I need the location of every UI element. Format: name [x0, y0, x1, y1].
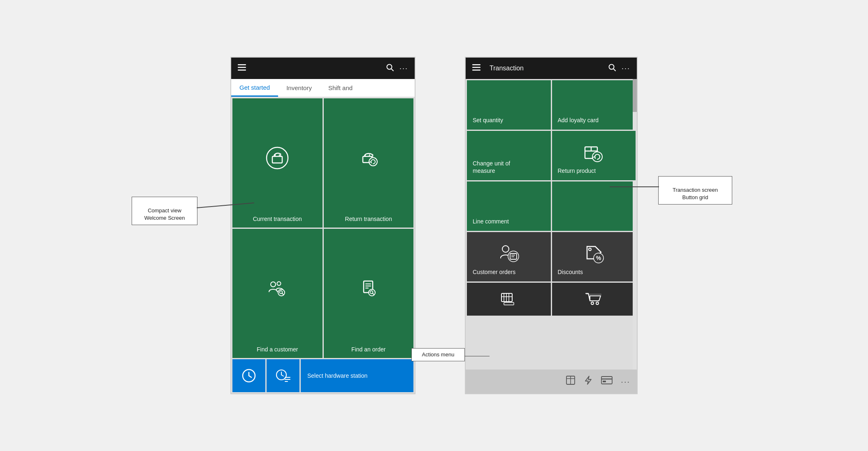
- svg-point-5: [267, 147, 288, 169]
- return-transaction-button[interactable]: Return transaction: [324, 98, 414, 228]
- find-customer-label: Find a customer: [257, 346, 298, 353]
- return-product-button[interactable]: Return product: [552, 131, 636, 180]
- line-comment-button[interactable]: Line comment: [467, 181, 551, 231]
- right-hamburger-icon[interactable]: [472, 64, 480, 73]
- more-actions-icon[interactable]: ···: [621, 377, 630, 386]
- right-more-icon[interactable]: ···: [622, 64, 630, 73]
- svg-point-60: [596, 302, 599, 305]
- right-nav-icons: ···: [608, 64, 630, 73]
- right-phone-frame: Transaction ···: [465, 57, 638, 394]
- annotation-actions-menu: Actions menu: [411, 348, 465, 361]
- svg-text:%: %: [596, 255, 601, 261]
- add-loyalty-button[interactable]: Add loyalty card: [552, 80, 636, 130]
- partial-button-2[interactable]: [552, 283, 636, 316]
- svg-point-59: [591, 302, 594, 305]
- return-transaction-label: Return transaction: [345, 216, 392, 223]
- hardware-station-button[interactable]: Select hardware station: [301, 359, 413, 392]
- return-product-label: Return product: [558, 167, 596, 174]
- svg-rect-2: [238, 70, 246, 71]
- annotation-compact-view: Compact view Welcome Screen: [132, 197, 197, 225]
- current-transaction-button[interactable]: Current transaction: [232, 98, 323, 228]
- right-search-icon[interactable]: [608, 64, 616, 73]
- clock2-button[interactable]: [267, 359, 299, 392]
- lightning-icon[interactable]: [584, 375, 593, 388]
- svg-rect-34: [472, 64, 480, 65]
- left-phone-frame: ··· Get started Inventory Shift and: [230, 57, 415, 394]
- left-nav-bar: ···: [231, 58, 415, 79]
- bag-icon: [266, 103, 289, 212]
- add-loyalty-label: Add loyalty card: [558, 116, 599, 124]
- clock1-button[interactable]: [232, 359, 265, 392]
- line-comment-label: Line comment: [473, 218, 509, 225]
- order-search-icon: [357, 234, 380, 343]
- find-order-button[interactable]: Find an order: [324, 229, 414, 358]
- annotation-line-transaction: [610, 186, 659, 187]
- svg-rect-36: [472, 70, 480, 71]
- svg-rect-1: [238, 67, 246, 68]
- find-order-label: Find an order: [351, 346, 385, 353]
- svg-rect-51: [501, 293, 512, 302]
- annotation-transaction-grid: Transaction screen Button grid: [658, 176, 732, 205]
- svg-rect-0: [238, 64, 246, 65]
- discounts-label: Discounts: [558, 268, 583, 276]
- svg-rect-35: [472, 67, 480, 68]
- discounts-button[interactable]: % Discounts: [552, 232, 636, 281]
- action-bar: ···: [466, 370, 637, 393]
- customer-search-icon: [266, 234, 289, 343]
- customer-orders-icon: [473, 238, 545, 268]
- customer-orders-button[interactable]: Customer orders: [467, 232, 551, 281]
- discounts-icon: %: [558, 238, 630, 268]
- left-phone-wrapper: ··· Get started Inventory Shift and: [230, 57, 415, 394]
- right-phone-wrapper: Transaction ···: [465, 57, 638, 394]
- left-tab-bar: Get started Inventory Shift and: [231, 79, 415, 97]
- hardware-station-label: Select hardware station: [307, 372, 367, 379]
- svg-line-4: [391, 69, 393, 71]
- left-more-icon[interactable]: ···: [399, 64, 408, 73]
- svg-rect-67: [603, 381, 606, 382]
- svg-line-30: [281, 375, 283, 376]
- right-nav-title: Transaction: [490, 65, 608, 72]
- register-icon: [473, 288, 545, 310]
- change-uom-label: Change unit of measure: [473, 160, 510, 174]
- empty-green-button[interactable]: [552, 181, 636, 231]
- tab-shift[interactable]: Shift and: [320, 79, 353, 97]
- scrollbar[interactable]: [633, 79, 637, 370]
- scrollbar-thumb[interactable]: [633, 79, 637, 112]
- left-nav-icons: ···: [386, 64, 408, 73]
- svg-line-38: [613, 69, 615, 71]
- left-hamburger-icon[interactable]: [238, 64, 246, 73]
- customer-orders-label: Customer orders: [473, 268, 515, 276]
- partial-button-1[interactable]: [467, 283, 551, 316]
- set-quantity-button[interactable]: Set quantity: [467, 80, 551, 130]
- page-container: ··· Get started Inventory Shift and: [0, 0, 868, 451]
- cart-icon: [558, 288, 630, 310]
- bag-return-icon: [357, 103, 380, 212]
- svg-line-27: [249, 376, 251, 377]
- tab-get-started[interactable]: Get started: [231, 79, 278, 97]
- change-uom-button[interactable]: Change unit of measure: [467, 131, 551, 180]
- svg-point-14: [277, 281, 281, 285]
- return-product-icon: [558, 137, 628, 167]
- left-search-icon[interactable]: [386, 64, 394, 73]
- svg-point-13: [271, 282, 276, 287]
- payment-icon[interactable]: [601, 376, 613, 387]
- set-quantity-label: Set quantity: [473, 116, 503, 124]
- svg-rect-6: [272, 156, 282, 163]
- left-button-grid: Current transaction: [231, 97, 415, 393]
- find-customer-button[interactable]: Find a customer: [232, 229, 323, 358]
- svg-point-48: [589, 248, 591, 251]
- svg-point-44: [508, 251, 519, 262]
- calculator-icon[interactable]: [566, 375, 576, 388]
- bottom-row: Select hardware station: [232, 359, 413, 392]
- svg-rect-65: [601, 377, 612, 384]
- right-nav-bar: Transaction ···: [466, 58, 637, 79]
- svg-point-43: [502, 246, 509, 252]
- tab-inventory[interactable]: Inventory: [278, 79, 320, 97]
- annotation-line-actions: [465, 356, 490, 357]
- current-transaction-label: Current transaction: [253, 216, 302, 223]
- svg-rect-56: [504, 302, 514, 305]
- right-button-grid: Set quantity Add loyalty card Change uni…: [466, 79, 637, 370]
